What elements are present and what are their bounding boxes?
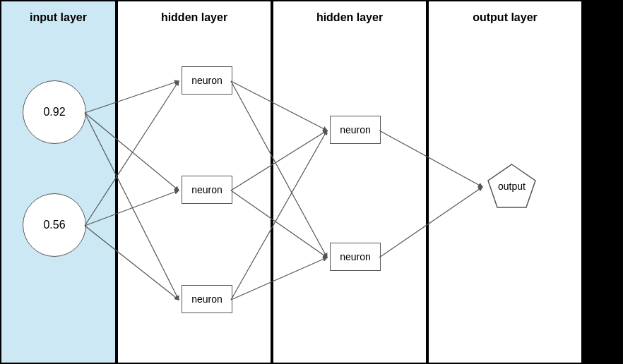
input-node-2: 0.56 xyxy=(23,193,86,257)
neural-network-diagram: input layer 0.92 0.56 hidden layer neuro… xyxy=(0,0,623,364)
hidden1-neuron-3: neuron xyxy=(182,285,232,313)
output-layer-panel: output layer output xyxy=(427,0,583,364)
input-nodes-container: 0.92 0.56 xyxy=(1,24,115,363)
hidden-layer-2-panel: hidden layer neuron neuron xyxy=(272,0,427,364)
hidden2-nodes-container: neuron neuron xyxy=(273,24,426,363)
hidden1-neuron-1: neuron xyxy=(182,66,232,95)
hidden1-nodes-container: neuron neuron neuron xyxy=(118,24,271,363)
hidden2-neuron-1: neuron xyxy=(330,116,381,144)
hidden-layer-2-title: hidden layer xyxy=(316,11,383,24)
output-nodes-container: output xyxy=(429,24,581,363)
input-layer-title: input layer xyxy=(30,11,87,24)
hidden-layer-1-panel: hidden layer neuron neuron neuron xyxy=(117,0,272,364)
output-label: output xyxy=(498,181,526,192)
input-node-1: 0.92 xyxy=(23,80,86,144)
hidden2-neuron-2: neuron xyxy=(330,243,381,271)
output-node: output xyxy=(485,162,538,211)
hidden-layer-1-title: hidden layer xyxy=(161,11,227,24)
hidden1-neuron-2: neuron xyxy=(182,176,232,204)
input-layer-panel: input layer 0.92 0.56 xyxy=(0,0,117,364)
output-layer-title: output layer xyxy=(473,11,538,24)
